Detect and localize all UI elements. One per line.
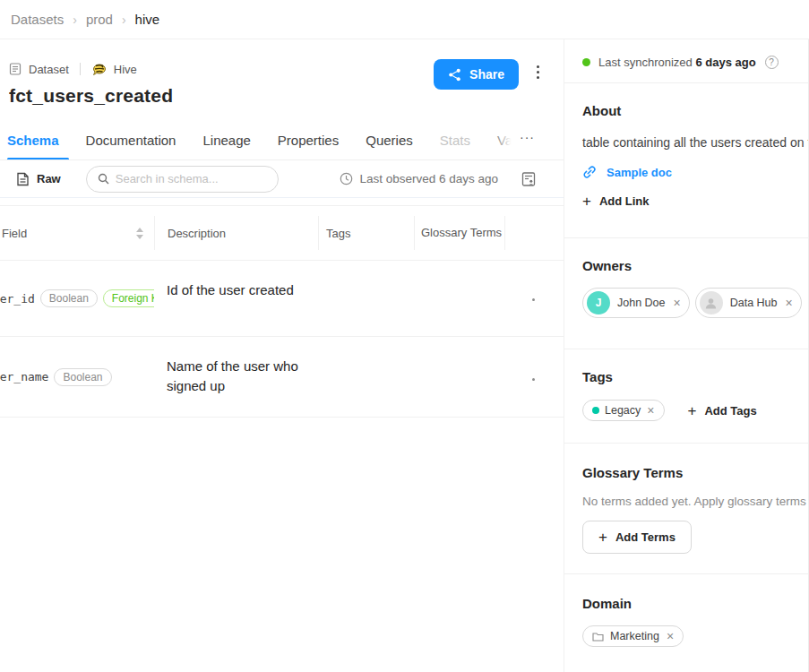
schema-history-button[interactable]: [521, 171, 537, 187]
tab-lineage[interactable]: Lineage: [189, 121, 263, 159]
raw-label: Raw: [37, 172, 61, 185]
tab-properties[interactable]: Properties: [264, 121, 352, 159]
row-menu-dot[interactable]: [532, 298, 535, 301]
tab-schema[interactable]: Schema: [7, 121, 73, 159]
remove-domain-icon[interactable]: ×: [667, 630, 674, 642]
field-cell: user_id Boolean Foreign Key: [0, 261, 154, 336]
more-options-button[interactable]: [534, 63, 542, 82]
divider: [564, 443, 808, 444]
remove-tag-icon[interactable]: ×: [647, 404, 654, 417]
last-observed-label: Last observed 6 days ago: [359, 172, 498, 185]
last-synchronized: Last synchronized 6 days ago ?: [582, 56, 808, 69]
remove-owner-icon[interactable]: ×: [674, 297, 681, 309]
plus-icon: +: [582, 194, 591, 209]
about-heading: About: [582, 103, 808, 118]
type-badge: Boolean: [40, 289, 98, 307]
domain-name: Marketing: [610, 630, 659, 642]
divider: [564, 237, 808, 238]
tabs-overflow-button[interactable]: ···: [520, 130, 535, 144]
owners-heading: Owners: [582, 258, 808, 273]
column-header-tags: Tags: [319, 227, 414, 240]
owner-name: Data Hub: [730, 297, 778, 309]
share-button[interactable]: Share: [434, 59, 519, 90]
hive-platform-icon: [91, 63, 107, 76]
add-terms-button[interactable]: + Add Terms: [582, 521, 692, 554]
sync-status-dot: [582, 58, 590, 66]
tag-name: Legacy: [605, 404, 641, 417]
breadcrumb-datasets[interactable]: Datasets: [11, 12, 64, 27]
platform-label[interactable]: Hive: [114, 63, 137, 76]
column-header-glossary-terms: Glossary Terms: [415, 225, 504, 242]
column-header-description: Description: [155, 227, 318, 240]
foreign-key-badge[interactable]: Foreign Key: [103, 289, 154, 307]
share-button-label: Share: [469, 67, 504, 82]
sample-doc-label: Sample doc: [607, 166, 672, 179]
sync-label: Last synchronized: [598, 56, 693, 69]
entity-tabs: Schema Documentation Lineage Properties …: [0, 121, 564, 160]
about-description[interactable]: table containing all the users created o…: [582, 135, 808, 150]
column-header-field: Field: [0, 227, 154, 240]
domain-pill-marketing[interactable]: Marketing ×: [582, 625, 684, 647]
search-icon: [98, 173, 109, 185]
sort-icon[interactable]: [136, 228, 143, 239]
help-icon[interactable]: ?: [765, 56, 779, 69]
sample-doc-link[interactable]: Sample doc: [582, 165, 808, 179]
tab-queries[interactable]: Queries: [352, 121, 426, 159]
table-row: user_name Boolean Name of the user who s…: [0, 337, 564, 418]
entity-header: Dataset Hive fct_users_created Share: [0, 39, 564, 107]
divider: [80, 63, 81, 75]
owners-list: J John Doe × Data Hub × + Add Owners: [582, 288, 808, 318]
avatar: [700, 291, 723, 314]
table-header: Field Description Tags Glossary Terms: [0, 205, 564, 261]
entity-type-label: Dataset: [29, 63, 69, 76]
field-cell: user_name Boolean: [0, 337, 154, 417]
tab-documentation[interactable]: Documentation: [73, 121, 190, 159]
breadcrumb-prod[interactable]: prod: [86, 12, 113, 27]
divider: [564, 349, 808, 349]
clock-icon: [340, 172, 353, 185]
tab-validation[interactable]: Validation: [484, 121, 515, 159]
add-tags-label: Add Tags: [704, 404, 756, 418]
entity-sidebar: Last synchronized 6 days ago ? About tab…: [564, 39, 809, 672]
add-tags-button[interactable]: + Add Tags: [688, 403, 757, 418]
plus-icon: +: [688, 403, 697, 418]
sync-value: 6 days ago: [695, 56, 755, 69]
link-icon: [582, 165, 597, 179]
field-name[interactable]: user_name: [0, 370, 48, 383]
schema-table: Field Description Tags Glossary Terms us…: [0, 205, 564, 418]
type-badge: Boolean: [54, 368, 111, 386]
folder-icon: [592, 632, 604, 642]
glossary-empty-text: No terms added yet. Apply glossary terms…: [582, 495, 808, 508]
breadcrumb-hive[interactable]: hive: [135, 12, 160, 27]
add-link-button[interactable]: + Add Link: [582, 194, 808, 209]
glossary-terms-heading: Glossary Terms: [582, 465, 808, 480]
field-name[interactable]: user_id: [0, 292, 35, 306]
plus-icon: +: [598, 530, 607, 545]
add-link-label: Add Link: [599, 194, 650, 208]
domain-list: Marketing ×: [582, 625, 808, 647]
description-cell[interactable]: Name of the user who signed up: [154, 337, 317, 417]
breadcrumb: Datasets › prod › hive: [0, 0, 809, 39]
chevron-right-icon: ›: [122, 13, 126, 27]
tab-stats[interactable]: Stats: [426, 121, 484, 159]
raw-file-icon: [16, 172, 30, 186]
dataset-icon: [9, 63, 22, 75]
add-terms-label: Add Terms: [615, 530, 676, 544]
tags-list: Legacy × + Add Tags: [582, 400, 808, 421]
chevron-right-icon: ›: [73, 13, 77, 27]
owner-pill-john-doe[interactable]: J John Doe ×: [582, 288, 690, 318]
tag-color-dot: [592, 407, 599, 414]
tag-pill-legacy[interactable]: Legacy ×: [582, 400, 665, 421]
row-menu-dot[interactable]: [532, 378, 535, 381]
share-icon: [448, 68, 461, 82]
schema-search: [86, 166, 279, 193]
schema-search-input[interactable]: [116, 172, 273, 185]
description-cell[interactable]: Id of the user created: [154, 261, 317, 336]
remove-owner-icon[interactable]: ×: [786, 297, 793, 309]
table-row: user_id Boolean Foreign Key Id of the us…: [0, 261, 564, 337]
owner-pill-data-hub[interactable]: Data Hub ×: [695, 288, 802, 318]
raw-toggle-button[interactable]: Raw: [16, 172, 61, 186]
last-observed: Last observed 6 days ago: [340, 172, 498, 185]
schema-toolbar: Raw Last observed 6 days ago: [0, 160, 564, 198]
column-divider: [504, 216, 505, 250]
